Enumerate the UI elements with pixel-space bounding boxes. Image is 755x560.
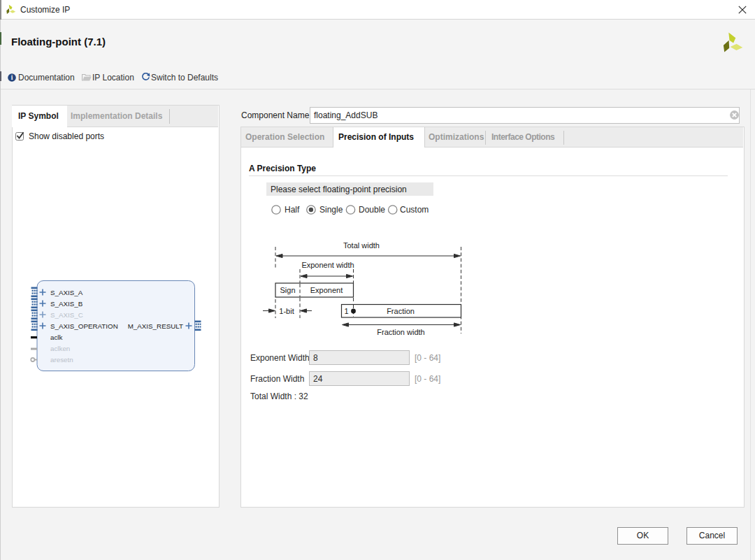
svg-text:Exponent: Exponent	[310, 286, 343, 294]
svg-text:Sign: Sign	[280, 286, 295, 294]
svg-text:aresetn: aresetn	[50, 356, 73, 364]
svg-text:1-bit: 1-bit	[279, 307, 294, 315]
svg-text:aclk: aclk	[50, 333, 63, 341]
svg-text:Fraction: Fraction	[387, 307, 415, 315]
svg-text:S_AXIS_B: S_AXIS_B	[50, 300, 83, 308]
svg-text:S_AXIS_C: S_AXIS_C	[50, 311, 83, 319]
svg-text:S_AXIS_A: S_AXIS_A	[50, 289, 83, 296]
svg-text:i: i	[11, 74, 13, 81]
svg-text:Exponent width: Exponent width	[301, 261, 354, 269]
svg-text:M_AXIS_RESULT: M_AXIS_RESULT	[128, 322, 183, 330]
svg-text:aclken: aclken	[50, 345, 70, 352]
svg-text:Total width: Total width	[343, 241, 380, 250]
svg-text:1: 1	[345, 307, 349, 315]
svg-text:Fraction width: Fraction width	[377, 328, 424, 336]
svg-text:S_AXIS_OPERATION: S_AXIS_OPERATION	[50, 322, 118, 330]
